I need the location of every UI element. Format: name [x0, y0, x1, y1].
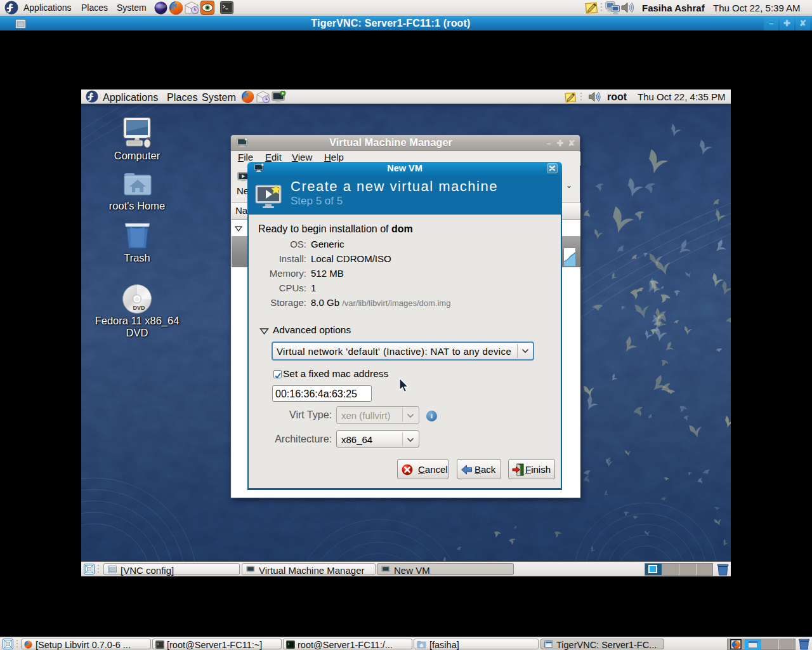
svg-text:DVD: DVD [133, 305, 145, 311]
